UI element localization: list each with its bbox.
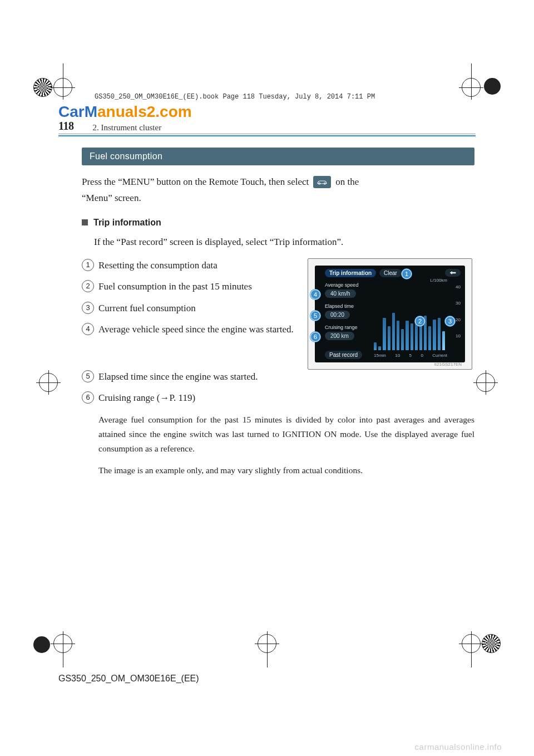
fig-callout-6: 6 <box>310 332 320 342</box>
intro-line1b: on the <box>335 174 359 190</box>
list-text-5: Elapsed time since the engine was starte… <box>98 370 258 384</box>
fig-avg-speed-label: Average speed <box>325 282 358 288</box>
intro-paragraph: Press the “MENU” button on the Remote To… <box>82 174 474 207</box>
page-number: 118 <box>58 120 73 132</box>
car-icon <box>313 176 331 188</box>
list-number-2: 2 <box>82 280 94 292</box>
list-text-3: Current fuel consumption <box>98 301 196 316</box>
list-number-4: 4 <box>82 323 94 335</box>
fig-callout-5: 5 <box>310 311 320 321</box>
intro-line2: “Menu” screen. <box>82 190 474 207</box>
fig-cruising-label: Cruising range <box>325 325 358 330</box>
list-number-6: 6 <box>82 391 94 404</box>
header-rule <box>58 135 476 136</box>
list-number-3: 3 <box>82 302 94 314</box>
fig-x-axis: 15min 10 5 0 Current <box>374 353 447 358</box>
sub-heading: Trip information <box>93 218 161 228</box>
fig-bar <box>415 323 418 350</box>
fig-cruising-value: 200 km <box>325 332 354 340</box>
print-meta: GS350_250_OM_OM30E16E_(EE).book Page 118… <box>95 93 375 101</box>
fig-callout-1: 1 <box>402 269 412 279</box>
section-title: Fuel consumption <box>82 148 474 165</box>
fig-bar <box>397 321 399 350</box>
watermark-part2: anuals2.com <box>97 103 192 120</box>
fig-bar <box>378 346 381 350</box>
page-header: 118 2. Instrument cluster <box>58 120 476 134</box>
doc-id-footer: GS350_250_OM_OM30E16E_(EE) <box>58 674 199 684</box>
intro-line1a: Press the “MENU” button on the Remote To… <box>82 174 309 190</box>
fig-bar <box>374 342 377 350</box>
note-2: The image is an example only, and may va… <box>82 463 474 478</box>
fig-bar <box>433 320 436 350</box>
fig-callout-4: 4 <box>310 289 320 300</box>
list-text-4: Average vehicle speed since the engine w… <box>98 322 294 337</box>
fig-y-unit: L/100km <box>430 278 447 283</box>
fig-callout-2: 2 <box>415 316 425 326</box>
fig-avg-speed-value: 40 km/h <box>325 289 356 298</box>
fig-bar <box>388 326 390 350</box>
fig-bar <box>438 318 441 350</box>
fig-code: II21GS217EN <box>434 362 462 367</box>
list-text-6: Cruising range (→P. 119) <box>98 391 195 405</box>
fig-bar <box>392 313 395 350</box>
page-content: 118 2. Instrument cluster Fuel consumpti… <box>58 120 476 684</box>
fig-bar <box>411 323 413 350</box>
fig-bar <box>406 321 408 350</box>
sub-heading-row: Trip information <box>82 218 474 228</box>
list-text-2: Fuel consumption in the past 15 minutes <box>98 279 252 294</box>
fig-bar <box>401 329 404 350</box>
breadcrumb: 2. Instrument cluster <box>92 123 161 132</box>
sub-body: If the “Past record” screen is displayed… <box>82 234 474 249</box>
fig-bar <box>383 318 385 350</box>
fig-clear-button: Clear <box>379 269 402 277</box>
fig-past-record-button: Past record <box>325 351 362 359</box>
list-number-1: 1 <box>82 259 94 271</box>
note-1: Average fuel consumption for the past 15… <box>82 413 474 456</box>
fig-title: Trip information <box>325 269 376 277</box>
watermark-part1: CarM <box>58 103 97 120</box>
square-bullet-icon <box>82 219 88 225</box>
fig-back-icon <box>445 269 461 277</box>
list-number-5: 5 <box>82 370 94 382</box>
watermark-logo: CarManuals2.com <box>58 103 192 121</box>
fig-bar <box>428 326 431 350</box>
fig-bars <box>374 297 445 350</box>
fig-callout-3: 3 <box>445 316 455 326</box>
watermark-bottom: carmanualsonline.info <box>415 742 502 752</box>
list-text-1: Resetting the consumption data <box>98 258 217 273</box>
fig-elapsed-label: Elapsed time <box>325 303 354 309</box>
trip-info-figure: Trip information Clear Average speed 40 … <box>308 258 472 370</box>
fig-bar <box>442 331 445 350</box>
fig-elapsed-value: 00:20 <box>325 311 350 319</box>
